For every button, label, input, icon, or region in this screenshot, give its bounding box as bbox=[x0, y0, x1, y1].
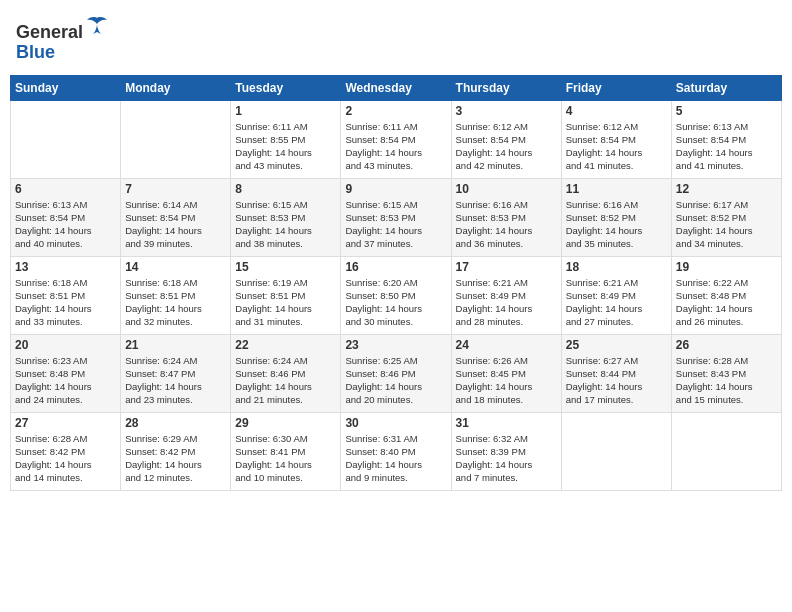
day-info: Sunrise: 6:16 AM Sunset: 8:53 PM Dayligh… bbox=[456, 198, 557, 251]
day-info: Sunrise: 6:17 AM Sunset: 8:52 PM Dayligh… bbox=[676, 198, 777, 251]
calendar-cell: 5Sunrise: 6:13 AM Sunset: 8:54 PM Daylig… bbox=[671, 100, 781, 178]
day-number: 7 bbox=[125, 182, 226, 196]
day-number: 21 bbox=[125, 338, 226, 352]
day-info: Sunrise: 6:11 AM Sunset: 8:54 PM Dayligh… bbox=[345, 120, 446, 173]
day-number: 26 bbox=[676, 338, 777, 352]
calendar-cell bbox=[561, 412, 671, 490]
day-number: 18 bbox=[566, 260, 667, 274]
day-number: 4 bbox=[566, 104, 667, 118]
calendar-cell: 12Sunrise: 6:17 AM Sunset: 8:52 PM Dayli… bbox=[671, 178, 781, 256]
calendar-cell: 29Sunrise: 6:30 AM Sunset: 8:41 PM Dayli… bbox=[231, 412, 341, 490]
day-number: 3 bbox=[456, 104, 557, 118]
calendar-cell: 7Sunrise: 6:14 AM Sunset: 8:54 PM Daylig… bbox=[121, 178, 231, 256]
calendar-week-row: 6Sunrise: 6:13 AM Sunset: 8:54 PM Daylig… bbox=[11, 178, 782, 256]
day-number: 30 bbox=[345, 416, 446, 430]
day-info: Sunrise: 6:20 AM Sunset: 8:50 PM Dayligh… bbox=[345, 276, 446, 329]
day-number: 20 bbox=[15, 338, 116, 352]
calendar-cell bbox=[11, 100, 121, 178]
day-info: Sunrise: 6:13 AM Sunset: 8:54 PM Dayligh… bbox=[676, 120, 777, 173]
calendar-header-row: SundayMondayTuesdayWednesdayThursdayFrid… bbox=[11, 75, 782, 100]
calendar-cell bbox=[671, 412, 781, 490]
calendar-cell: 13Sunrise: 6:18 AM Sunset: 8:51 PM Dayli… bbox=[11, 256, 121, 334]
calendar-cell: 4Sunrise: 6:12 AM Sunset: 8:54 PM Daylig… bbox=[561, 100, 671, 178]
day-info: Sunrise: 6:28 AM Sunset: 8:43 PM Dayligh… bbox=[676, 354, 777, 407]
day-number: 28 bbox=[125, 416, 226, 430]
calendar-cell: 30Sunrise: 6:31 AM Sunset: 8:40 PM Dayli… bbox=[341, 412, 451, 490]
col-header-tuesday: Tuesday bbox=[231, 75, 341, 100]
day-info: Sunrise: 6:23 AM Sunset: 8:48 PM Dayligh… bbox=[15, 354, 116, 407]
day-number: 6 bbox=[15, 182, 116, 196]
logo-bird-icon bbox=[85, 14, 109, 38]
day-info: Sunrise: 6:24 AM Sunset: 8:46 PM Dayligh… bbox=[235, 354, 336, 407]
logo-general: General bbox=[16, 22, 83, 42]
day-info: Sunrise: 6:32 AM Sunset: 8:39 PM Dayligh… bbox=[456, 432, 557, 485]
day-info: Sunrise: 6:22 AM Sunset: 8:48 PM Dayligh… bbox=[676, 276, 777, 329]
page-header: General Blue bbox=[10, 10, 782, 67]
day-info: Sunrise: 6:12 AM Sunset: 8:54 PM Dayligh… bbox=[566, 120, 667, 173]
day-number: 22 bbox=[235, 338, 336, 352]
day-number: 2 bbox=[345, 104, 446, 118]
calendar-cell: 25Sunrise: 6:27 AM Sunset: 8:44 PM Dayli… bbox=[561, 334, 671, 412]
calendar-cell: 17Sunrise: 6:21 AM Sunset: 8:49 PM Dayli… bbox=[451, 256, 561, 334]
day-number: 19 bbox=[676, 260, 777, 274]
day-number: 16 bbox=[345, 260, 446, 274]
day-number: 5 bbox=[676, 104, 777, 118]
day-number: 8 bbox=[235, 182, 336, 196]
calendar-cell: 15Sunrise: 6:19 AM Sunset: 8:51 PM Dayli… bbox=[231, 256, 341, 334]
day-number: 1 bbox=[235, 104, 336, 118]
day-number: 29 bbox=[235, 416, 336, 430]
calendar-cell: 16Sunrise: 6:20 AM Sunset: 8:50 PM Dayli… bbox=[341, 256, 451, 334]
day-info: Sunrise: 6:26 AM Sunset: 8:45 PM Dayligh… bbox=[456, 354, 557, 407]
col-header-wednesday: Wednesday bbox=[341, 75, 451, 100]
calendar-week-row: 1Sunrise: 6:11 AM Sunset: 8:55 PM Daylig… bbox=[11, 100, 782, 178]
day-number: 14 bbox=[125, 260, 226, 274]
day-info: Sunrise: 6:24 AM Sunset: 8:47 PM Dayligh… bbox=[125, 354, 226, 407]
calendar-cell: 19Sunrise: 6:22 AM Sunset: 8:48 PM Dayli… bbox=[671, 256, 781, 334]
calendar-table: SundayMondayTuesdayWednesdayThursdayFrid… bbox=[10, 75, 782, 491]
calendar-cell: 8Sunrise: 6:15 AM Sunset: 8:53 PM Daylig… bbox=[231, 178, 341, 256]
day-info: Sunrise: 6:25 AM Sunset: 8:46 PM Dayligh… bbox=[345, 354, 446, 407]
day-number: 11 bbox=[566, 182, 667, 196]
day-info: Sunrise: 6:13 AM Sunset: 8:54 PM Dayligh… bbox=[15, 198, 116, 251]
day-info: Sunrise: 6:18 AM Sunset: 8:51 PM Dayligh… bbox=[15, 276, 116, 329]
day-number: 17 bbox=[456, 260, 557, 274]
logo: General Blue bbox=[16, 14, 109, 63]
day-info: Sunrise: 6:21 AM Sunset: 8:49 PM Dayligh… bbox=[566, 276, 667, 329]
day-number: 12 bbox=[676, 182, 777, 196]
day-number: 10 bbox=[456, 182, 557, 196]
calendar-week-row: 13Sunrise: 6:18 AM Sunset: 8:51 PM Dayli… bbox=[11, 256, 782, 334]
day-info: Sunrise: 6:12 AM Sunset: 8:54 PM Dayligh… bbox=[456, 120, 557, 173]
day-info: Sunrise: 6:16 AM Sunset: 8:52 PM Dayligh… bbox=[566, 198, 667, 251]
col-header-thursday: Thursday bbox=[451, 75, 561, 100]
day-info: Sunrise: 6:15 AM Sunset: 8:53 PM Dayligh… bbox=[345, 198, 446, 251]
calendar-cell: 1Sunrise: 6:11 AM Sunset: 8:55 PM Daylig… bbox=[231, 100, 341, 178]
day-number: 27 bbox=[15, 416, 116, 430]
day-info: Sunrise: 6:19 AM Sunset: 8:51 PM Dayligh… bbox=[235, 276, 336, 329]
day-info: Sunrise: 6:30 AM Sunset: 8:41 PM Dayligh… bbox=[235, 432, 336, 485]
day-number: 13 bbox=[15, 260, 116, 274]
day-number: 15 bbox=[235, 260, 336, 274]
calendar-cell: 27Sunrise: 6:28 AM Sunset: 8:42 PM Dayli… bbox=[11, 412, 121, 490]
day-info: Sunrise: 6:28 AM Sunset: 8:42 PM Dayligh… bbox=[15, 432, 116, 485]
calendar-week-row: 20Sunrise: 6:23 AM Sunset: 8:48 PM Dayli… bbox=[11, 334, 782, 412]
col-header-sunday: Sunday bbox=[11, 75, 121, 100]
calendar-cell: 20Sunrise: 6:23 AM Sunset: 8:48 PM Dayli… bbox=[11, 334, 121, 412]
calendar-cell: 24Sunrise: 6:26 AM Sunset: 8:45 PM Dayli… bbox=[451, 334, 561, 412]
day-info: Sunrise: 6:31 AM Sunset: 8:40 PM Dayligh… bbox=[345, 432, 446, 485]
day-number: 24 bbox=[456, 338, 557, 352]
col-header-friday: Friday bbox=[561, 75, 671, 100]
day-number: 23 bbox=[345, 338, 446, 352]
day-info: Sunrise: 6:18 AM Sunset: 8:51 PM Dayligh… bbox=[125, 276, 226, 329]
day-number: 9 bbox=[345, 182, 446, 196]
calendar-cell: 26Sunrise: 6:28 AM Sunset: 8:43 PM Dayli… bbox=[671, 334, 781, 412]
calendar-cell: 2Sunrise: 6:11 AM Sunset: 8:54 PM Daylig… bbox=[341, 100, 451, 178]
calendar-cell: 18Sunrise: 6:21 AM Sunset: 8:49 PM Dayli… bbox=[561, 256, 671, 334]
logo-blue: Blue bbox=[16, 42, 55, 62]
day-info: Sunrise: 6:21 AM Sunset: 8:49 PM Dayligh… bbox=[456, 276, 557, 329]
calendar-cell: 14Sunrise: 6:18 AM Sunset: 8:51 PM Dayli… bbox=[121, 256, 231, 334]
calendar-cell bbox=[121, 100, 231, 178]
day-info: Sunrise: 6:14 AM Sunset: 8:54 PM Dayligh… bbox=[125, 198, 226, 251]
day-number: 25 bbox=[566, 338, 667, 352]
calendar-cell: 11Sunrise: 6:16 AM Sunset: 8:52 PM Dayli… bbox=[561, 178, 671, 256]
col-header-saturday: Saturday bbox=[671, 75, 781, 100]
